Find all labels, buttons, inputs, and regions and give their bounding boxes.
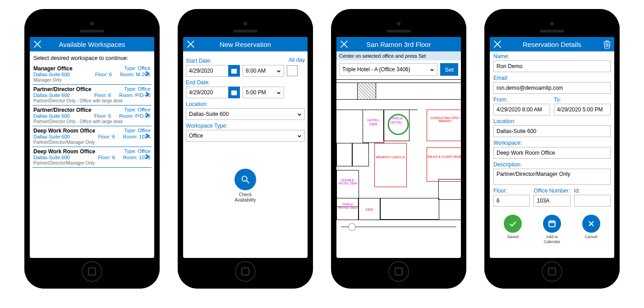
- set-button[interactable]: Set: [440, 63, 458, 76]
- room-3302: 3302: [358, 198, 381, 220]
- tip-text: Center on selected office and press Set: [336, 51, 461, 60]
- home-button[interactable]: [235, 261, 256, 282]
- id-label: Id:: [574, 188, 611, 194]
- workspace-location: Dallas-Suite 600: [33, 134, 90, 139]
- end-date-label: End Date:: [186, 79, 305, 86]
- home-button[interactable]: [542, 261, 562, 282]
- svg-line-9: [247, 181, 249, 184]
- check-availability-label: Check Availability: [186, 192, 305, 203]
- workspace-item[interactable]: Deep Work Room OfficeType: OfficeDallas-…: [32, 147, 152, 168]
- page-title: Available Workspaces: [30, 41, 154, 48]
- svg-point-12: [388, 115, 408, 134]
- workspace-item[interactable]: Manager OfficeType: OfficeDallas-Suite 6…: [32, 64, 152, 85]
- workspace-location: Dallas-Suite 600: [33, 113, 86, 119]
- chevron-right-icon: [144, 91, 151, 97]
- svg-rect-7: [231, 91, 237, 92]
- workspace-floor: Floor: 6: [98, 134, 115, 139]
- delete-icon[interactable]: [603, 40, 612, 49]
- home-button[interactable]: [82, 261, 102, 282]
- from-label: From:: [493, 97, 550, 103]
- name-input[interactable]: Ron Demo: [493, 60, 611, 72]
- workspace-type-select[interactable]: Office: [186, 130, 305, 142]
- add-to-calendar-label: Add to Calendar: [543, 234, 561, 244]
- start-date-label: Start Date:: [186, 58, 286, 64]
- from-input[interactable]: 4/29/2020 8:00 AM: [493, 104, 550, 115]
- cancel-button[interactable]: [582, 215, 600, 233]
- chevron-right-icon: [144, 133, 151, 139]
- all-day-label: All day: [289, 57, 305, 63]
- chevron-right-icon: [144, 70, 151, 77]
- start-time-select[interactable]: 8:00 AM: [243, 65, 284, 77]
- location-label: Location:: [493, 118, 611, 124]
- phone-new-reservation: New Reservation Start Date: All day 4/29…: [178, 9, 313, 289]
- svg-point-8: [242, 176, 247, 181]
- end-date-input[interactable]: 4/29/2020: [186, 87, 228, 98]
- page-title: Reservation Details: [490, 41, 614, 48]
- check-availability-button[interactable]: [235, 169, 256, 190]
- room-sales: SALES & CLIENT MGMT: [427, 147, 461, 182]
- chevron-right-icon: [144, 153, 151, 160]
- saved-label: Saved: [504, 234, 522, 239]
- header: Available Workspaces: [30, 37, 154, 51]
- location-input[interactable]: Dallas-Suite 600: [493, 125, 611, 137]
- office-number-label: Office Number:: [534, 188, 570, 194]
- workspace-name: Deep Work Room Office: [33, 148, 95, 155]
- end-time-select[interactable]: 5:00 PM: [243, 87, 284, 98]
- close-icon[interactable]: [186, 39, 196, 49]
- phone-available-workspaces: Available Workspaces Select desired work…: [24, 9, 160, 289]
- workspace-item[interactable]: Deep Work Room OfficeType: OfficeDallas-…: [32, 126, 152, 147]
- workspace-name: Deep Work Room Office: [33, 128, 95, 134]
- workspace-label: Workspace:: [493, 140, 611, 146]
- workspace-name: Partner/Director Office: [33, 86, 92, 92]
- workspace-item[interactable]: Partner/Director OfficeType: OfficeDalla…: [32, 85, 152, 106]
- room-consulting: CONSULTING OPS / MARKET: [427, 110, 461, 141]
- floor-plan-map[interactable]: HOTEL 3305 TRIPLE HOTEL CONSULTING OPS /…: [336, 79, 461, 220]
- workspace-input[interactable]: Deep Work Room Office: [493, 147, 611, 159]
- floor-input[interactable]: 6: [493, 195, 530, 207]
- to-input[interactable]: 4/29/2020 5:00 PM: [554, 104, 611, 115]
- room-triple-hotel-2: TRIPLE HOTEL 3303: [336, 198, 359, 220]
- cancel-label: Cancel: [582, 234, 600, 239]
- to-label: To:: [554, 97, 611, 103]
- header: Reservation Details: [490, 37, 614, 51]
- workspace-location: Dallas-Suite 600: [33, 155, 90, 160]
- svg-rect-5: [231, 69, 237, 70]
- workspace-name: Manager Office: [33, 65, 73, 72]
- workspace-floor: Floor: 6: [95, 72, 112, 77]
- location-label: Location:: [186, 101, 305, 107]
- office-select[interactable]: Triple Hotel - A (Office 3406): [339, 63, 437, 76]
- svg-rect-15: [549, 221, 555, 227]
- home-button[interactable]: [388, 261, 409, 282]
- workspace-desc: Partner/Director/Manager Only: [33, 140, 151, 145]
- saved-button[interactable]: [504, 215, 522, 233]
- floor-label: Floor:: [493, 188, 530, 194]
- close-icon[interactable]: [492, 39, 502, 49]
- email-label: Email:: [493, 75, 611, 81]
- workspace-desc: Partner/Director Only - Office with larg…: [33, 98, 151, 103]
- header: New Reservation: [183, 37, 308, 51]
- start-date-input[interactable]: 4/29/2020: [186, 65, 228, 77]
- workspace-desc: Partner/Director Only - Office with larg…: [33, 119, 151, 124]
- add-to-calendar-button[interactable]: [543, 215, 561, 233]
- close-icon[interactable]: [32, 39, 42, 49]
- room-hotel: HOTEL 3305: [363, 110, 384, 143]
- workspace-item[interactable]: Partner/Director OfficeType: OfficeDalla…: [32, 106, 152, 126]
- description-label: Description:: [493, 161, 611, 168]
- zoom-slider[interactable]: [341, 226, 456, 227]
- page-title: San Ramon 3rd Floor: [336, 41, 461, 48]
- close-icon[interactable]: [339, 39, 349, 49]
- description-input[interactable]: Partner/Director/Manager Only: [493, 169, 611, 185]
- location-select[interactable]: Dallas-Suite 600: [186, 108, 305, 120]
- calendar-icon[interactable]: [228, 65, 240, 77]
- phone-floor-plan: San Ramon 3rd Floor Center on selected o…: [331, 9, 466, 289]
- calendar-icon[interactable]: [228, 87, 240, 98]
- chevron-right-icon: [144, 112, 151, 118]
- workspace-type-label: Workspace Type:: [186, 123, 305, 129]
- email-input[interactable]: ron.demo@demoamllp.com: [493, 82, 611, 94]
- room-hearst: HEARST CASTLE: [374, 143, 407, 187]
- office-number-input[interactable]: 103A: [534, 195, 570, 207]
- id-input[interactable]: [574, 195, 611, 207]
- all-day-checkbox[interactable]: [287, 65, 298, 76]
- workspace-desc: Manager Only: [33, 78, 151, 83]
- workspace-floor: Floor: 6: [94, 113, 111, 119]
